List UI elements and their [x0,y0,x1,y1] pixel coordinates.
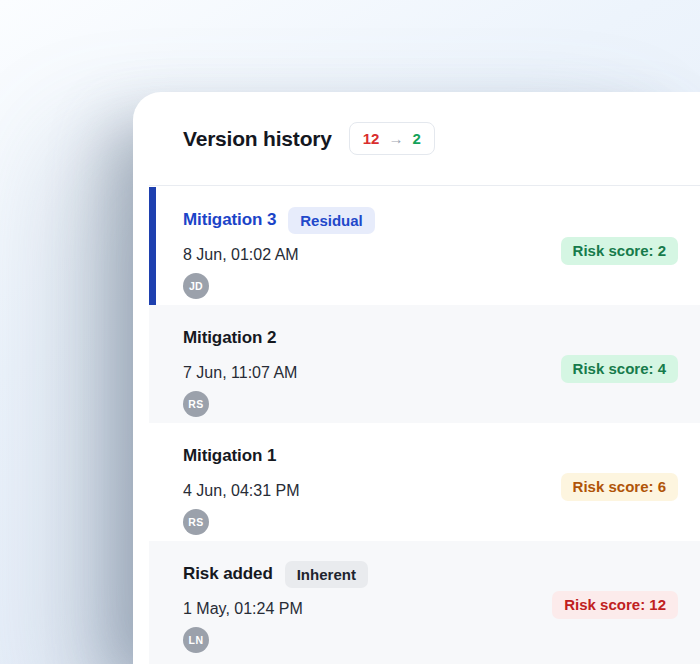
avatar: JD [183,273,209,299]
residual-tag-badge: Residual [288,207,375,234]
score-change-badge: 12 → 2 [349,122,435,155]
avatar: RS [183,391,209,417]
version-entry-risk-added[interactable]: Risk added Inherent 1 May, 01:24 PM LN R… [149,541,700,664]
version-entry-list: Mitigation 3 Residual 8 Jun, 01:02 AM JD… [149,187,700,664]
selected-indicator [149,187,156,305]
arrow-right-icon: → [388,130,403,147]
version-entry-mitigation-2[interactable]: Mitigation 2 7 Jun, 11:07 AM RS Risk sco… [149,305,700,423]
header-divider [149,185,700,186]
risk-score-badge: Risk score: 12 [552,591,678,619]
entry-title: Risk added [183,564,273,584]
score-after: 2 [412,130,420,147]
risk-score-badge: Risk score: 6 [561,473,678,501]
score-before: 12 [363,130,380,147]
page-title: Version history [183,127,332,151]
entry-title: Mitigation 1 [183,446,276,466]
entry-title: Mitigation 2 [183,328,276,348]
avatar: RS [183,509,209,535]
risk-score-badge: Risk score: 4 [561,355,678,383]
entry-title: Mitigation 3 [183,210,276,230]
version-history-panel: Version history 12 → 2 Mitigation 3 Resi… [133,92,700,664]
version-entry-mitigation-1[interactable]: Mitigation 1 4 Jun, 04:31 PM RS Risk sco… [149,423,700,541]
panel-header: Version history 12 → 2 [133,92,700,185]
risk-score-badge: Risk score: 2 [561,237,678,265]
avatar: LN [183,627,209,653]
version-entry-mitigation-3[interactable]: Mitigation 3 Residual 8 Jun, 01:02 AM JD… [149,187,700,305]
inherent-tag-badge: Inherent [285,561,368,588]
